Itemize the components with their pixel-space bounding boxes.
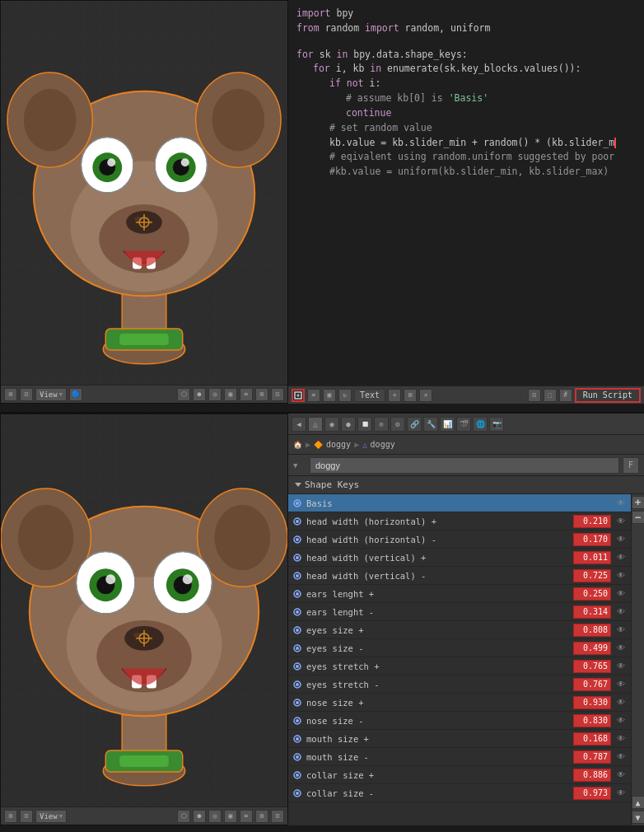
sk-eye-basis[interactable]: 👁 <box>614 497 628 510</box>
vp-bot-icon-7[interactable]: ⊡ <box>271 810 284 823</box>
prop-icon-mat[interactable]: ● <box>341 417 356 432</box>
table-row[interactable]: head_width_(vertical)_- 0.725 👁 <box>288 567 631 585</box>
viewport-icon-5[interactable]: ≡ <box>240 388 253 401</box>
sk-eye-8[interactable]: 👁 <box>614 660 628 673</box>
table-row[interactable]: nose_size_+ 0.930 👁 <box>288 694 631 712</box>
sk-eye-11[interactable]: 👁 <box>614 714 628 727</box>
sk-eye-4[interactable]: 👁 <box>614 587 628 601</box>
table-row[interactable]: nose_size_- 0.830 👁 <box>288 712 631 730</box>
prop-icon-phys[interactable]: ⚙ <box>390 417 405 432</box>
table-row[interactable]: mouth_size_+ 0.168 👁 <box>288 730 631 748</box>
prop-icon-particle[interactable]: ⊙ <box>374 417 389 432</box>
script-content[interactable]: import bpy from random import random, un… <box>288 0 644 386</box>
sk-value-8[interactable]: 0.765 <box>573 660 611 673</box>
viewport-icon-7[interactable]: ⊡ <box>271 388 284 401</box>
sk-eye-1[interactable]: 👁 <box>614 533 628 546</box>
sk-value-6[interactable]: 0.808 <box>573 624 611 637</box>
breadcrumb-doggy-1[interactable]: doggy <box>326 440 351 449</box>
obj-f-button[interactable]: F <box>623 457 639 474</box>
vp-bot-icon-1[interactable]: ⊞ <box>4 810 17 823</box>
prop-icon-curve[interactable]: ◉ <box>324 417 339 432</box>
script-icon-dup[interactable]: ⊞ <box>404 389 417 402</box>
prop-icon-constraint[interactable]: 🔗 <box>407 417 422 432</box>
sk-eye-10[interactable]: 👁 <box>614 696 628 709</box>
sk-value-1[interactable]: 0.170 <box>573 533 611 546</box>
vp-bot-icon-2[interactable]: ⊡ <box>20 810 33 823</box>
sk-value-5[interactable]: 0.314 <box>573 605 611 619</box>
sk-value-12[interactable]: 0.168 <box>573 732 611 746</box>
sk-eye-6[interactable]: 👁 <box>614 624 628 637</box>
sk-eye-7[interactable]: 👁 <box>614 642 628 655</box>
breadcrumb-home[interactable]: 🏠 <box>293 441 302 449</box>
sk-eye-0[interactable]: 👁 <box>614 515 628 528</box>
sk-eye-15[interactable]: 👁 <box>614 787 628 800</box>
prop-icon-world[interactable]: 🌐 <box>473 417 488 432</box>
vp-bot-icon-wire[interactable]: ◎ <box>208 810 222 823</box>
sk-value-14[interactable]: 0.886 <box>573 769 611 782</box>
prop-icon-mod[interactable]: 🔧 <box>423 417 438 432</box>
table-row[interactable]: head_width_(horizontal)_+ 0.210 👁 <box>288 512 631 531</box>
object-name-input[interactable] <box>310 457 619 474</box>
table-row[interactable]: head_width_(vertical)_+ 0.011 👁 <box>288 549 631 567</box>
viewport-top[interactable]: ⊞ ⊡ View ▼ 🔵 ⬡ ● ◎ ▣ ≡ ⊞ ⊡ <box>0 0 288 404</box>
viewport-icon-3[interactable]: 🔵 <box>69 388 82 401</box>
sk-eye-9[interactable]: 👁 <box>614 678 628 691</box>
table-row[interactable]: ears_lenght_+ 0.250 👁 <box>288 585 631 603</box>
table-row[interactable]: collar_size_+ 0.886 👁 <box>288 766 631 784</box>
sk-value-4[interactable]: 0.250 <box>573 587 611 601</box>
script-icon-wrap[interactable]: ⬚ <box>544 389 557 402</box>
sk-remove-button[interactable]: − <box>632 511 645 524</box>
prop-icon-back[interactable]: ◀ <box>292 417 306 432</box>
sk-eye-5[interactable]: 👁 <box>614 605 628 619</box>
viewport-icon-solid[interactable]: ● <box>193 388 206 401</box>
prop-icon-scene[interactable]: 🎬 <box>456 417 471 432</box>
viewport-icon-persp[interactable]: ⬡ <box>177 388 190 401</box>
vp-bot-icon-5[interactable]: ≡ <box>240 810 253 823</box>
breadcrumb-doggy-2[interactable]: doggy <box>371 440 395 449</box>
vp-bot-icon-tex[interactable]: ▣ <box>224 810 237 823</box>
table-row[interactable]: ears_lenght_- 0.314 👁 <box>288 603 631 621</box>
sk-eye-2[interactable]: 👁 <box>614 551 628 564</box>
prop-icon-data[interactable]: 📊 <box>440 417 455 432</box>
vp-bot-icon-persp[interactable]: ⬡ <box>177 810 190 823</box>
script-icon-view[interactable]: ⊡ <box>528 389 541 402</box>
sk-eye-14[interactable]: 👁 <box>614 769 628 782</box>
vp-bot-icon-solid[interactable]: ● <box>193 810 206 823</box>
sk-up-button[interactable]: ▲ <box>632 796 645 809</box>
viewport-icon-tex[interactable]: ▣ <box>224 388 237 401</box>
sk-value-11[interactable]: 0.830 <box>573 714 611 727</box>
prop-icon-render[interactable]: 📷 <box>489 417 504 432</box>
table-row[interactable]: eyes_stretch_- 0.767 👁 <box>288 675 631 694</box>
sk-eye-3[interactable]: 👁 <box>614 569 628 582</box>
table-row[interactable]: eyes_stretch_+ 0.765 👁 <box>288 657 631 675</box>
view-dropdown[interactable]: View ▼ <box>35 388 67 401</box>
script-icon-del[interactable]: ✕ <box>419 389 432 402</box>
sk-value-10[interactable]: 0.930 <box>573 696 611 709</box>
script-mode-label[interactable]: Text <box>354 389 385 402</box>
prop-icon-mesh[interactable]: △ <box>308 417 323 432</box>
sk-eye-12[interactable]: 👁 <box>614 732 628 746</box>
sk-down-button[interactable]: ▼ <box>632 811 645 824</box>
script-icon-add[interactable]: + <box>388 389 401 402</box>
script-icon-num[interactable]: # <box>559 389 572 402</box>
sk-add-button[interactable]: + <box>632 496 645 509</box>
script-icon-pin[interactable]: ▣ <box>323 389 336 402</box>
shape-key-row-basis[interactable]: Basis 👁 <box>288 494 631 512</box>
viewport-bottom[interactable]: ⊞ ⊡ View ▼ ⬡ ● ◎ ▣ ≡ ⊞ ⊡ <box>0 414 288 825</box>
table-row[interactable]: eyes_size_- 0.499 👁 <box>288 639 631 657</box>
table-row[interactable]: mouth_size_- 0.787 👁 <box>288 748 631 766</box>
script-icon-new[interactable] <box>292 389 305 402</box>
viewport-icon-1[interactable]: ⊞ <box>4 388 17 401</box>
table-row[interactable]: head_width_(horizontal)_- 0.170 👁 <box>288 531 631 549</box>
table-row[interactable]: eyes_size_+ 0.808 👁 <box>288 621 631 639</box>
viewport-icon-wire[interactable]: ◎ <box>208 388 222 401</box>
viewport-icon-6[interactable]: ⊞ <box>255 388 268 401</box>
sk-value-3[interactable]: 0.725 <box>573 569 611 582</box>
table-row[interactable]: collar_size_- 0.973 👁 <box>288 784 631 802</box>
sk-value-0[interactable]: 0.210 <box>573 515 611 528</box>
prop-icon-tex[interactable]: 🔲 <box>357 417 372 432</box>
sk-value-13[interactable]: 0.787 <box>573 750 611 764</box>
script-icon-open[interactable]: ≡ <box>307 389 320 402</box>
view-bottom-dropdown[interactable]: View ▼ <box>35 810 67 823</box>
run-script-button[interactable]: Run Script <box>575 388 641 403</box>
